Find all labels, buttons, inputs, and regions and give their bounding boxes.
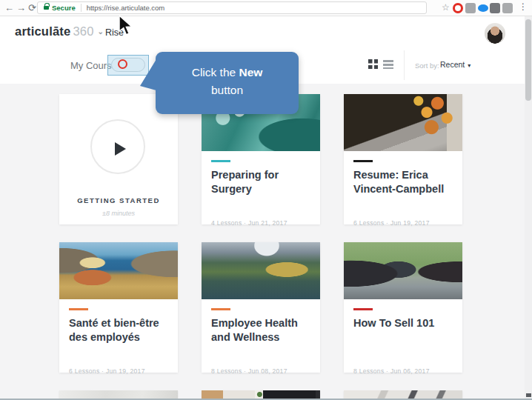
scrollbar-corner xyxy=(526,393,531,397)
tooltip-text-bold: New xyxy=(239,66,262,79)
address-bar[interactable]: Secure https://rise.articulate.com xyxy=(37,1,427,14)
back-icon[interactable]: ← xyxy=(4,1,14,15)
course-thumbnail-resume xyxy=(344,94,462,151)
course-card-partial-3[interactable] xyxy=(344,390,462,399)
bookmark-star-icon[interactable]: ☆ xyxy=(442,2,450,13)
course-card-resume-erica[interactable]: Resume: Erica Vincent-Campbell 6 Lessons… xyxy=(344,94,462,224)
mouse-cursor xyxy=(119,16,133,36)
articulate-360-logo[interactable]: articulāte360⌄ xyxy=(15,24,104,39)
app-header: articulāte360⌄ Rise xyxy=(0,16,532,47)
course-thumbnail-sell xyxy=(344,242,462,299)
course-card-partial-2[interactable] xyxy=(202,390,320,399)
tooltip-text-line2: button xyxy=(211,84,243,96)
tooltip-text-prefix: Click the xyxy=(192,66,239,79)
secure-label: Secure xyxy=(52,4,76,12)
page-scrollbar[interactable] xyxy=(525,16,532,399)
user-avatar[interactable] xyxy=(485,23,505,44)
course-thumbnail-sante xyxy=(59,242,178,299)
course-card-body: Employee Health and Wellness 8 Lessons ·… xyxy=(202,308,320,381)
extension-light-icon[interactable] xyxy=(502,3,513,13)
course-card-body: How To Sell 101 8 Lessons · Jun 06, 2017 xyxy=(344,308,462,381)
annotation-click-ring xyxy=(118,59,127,69)
course-title: How To Sell 101 xyxy=(353,316,453,330)
extension-blue-icon[interactable] xyxy=(478,4,488,12)
extension-gray-icon[interactable] xyxy=(465,3,476,13)
chevron-down-icon: ⌄ xyxy=(98,27,104,36)
list-view-icon[interactable] xyxy=(383,60,393,69)
extension-red-icon[interactable] xyxy=(453,3,463,13)
tutorial-tooltip: Click the New button xyxy=(156,52,299,114)
scrollbar-thumb[interactable] xyxy=(525,19,531,101)
course-meta: 4 Lessons · Jun 21, 2017 xyxy=(211,219,287,227)
course-card-employee-health[interactable]: Employee Health and Wellness 8 Lessons ·… xyxy=(202,242,320,373)
header-divider xyxy=(404,50,405,80)
course-title: Preparing for Surgery xyxy=(211,168,310,196)
tooltip-tail xyxy=(140,58,156,93)
sort-dropdown[interactable]: Recent▾ xyxy=(440,60,471,69)
courses-grid: GETTING STARTED ±8 minutes Preparing for… xyxy=(0,84,532,399)
sort-value: Recent xyxy=(440,60,465,69)
course-title: Santé et bien-être des employés xyxy=(69,316,168,344)
forward-icon[interactable]: → xyxy=(16,1,26,15)
accent-bar xyxy=(353,308,373,310)
sort-caret-icon: ▾ xyxy=(468,62,471,69)
reload-icon[interactable]: ⟳ xyxy=(28,1,36,15)
getting-started-title: GETTING STARTED xyxy=(59,196,178,204)
play-icon xyxy=(115,142,126,156)
accent-bar xyxy=(211,160,230,162)
course-card-how-to-sell[interactable]: How To Sell 101 8 Lessons · Jun 06, 2017 xyxy=(344,242,462,373)
course-card-partial-1[interactable] xyxy=(59,390,178,399)
brand-text: articulāte xyxy=(15,24,70,38)
extension-dark-icon[interactable] xyxy=(490,3,500,13)
url-text[interactable]: https://rise.articulate.com xyxy=(87,4,165,12)
address-divider xyxy=(81,4,82,12)
play-button[interactable] xyxy=(90,119,145,174)
course-meta: 8 Lessons · Jun 06, 2017 xyxy=(353,367,430,375)
course-title: Employee Health and Wellness xyxy=(211,316,310,344)
brand-suffix: 360 xyxy=(73,24,93,38)
browser-toolbar: ← → ⟳ Secure https://rise.articulate.com… xyxy=(0,0,532,16)
course-title: Resume: Erica Vincent-Campbell xyxy=(353,168,453,196)
course-card-sante[interactable]: Santé et bien-être des employés 6 Lesson… xyxy=(59,242,178,373)
course-meta: 8 Lessons · Jun 08, 2017 xyxy=(211,367,287,375)
accent-bar xyxy=(353,160,373,162)
sort-by-label: Sort by: xyxy=(415,61,439,70)
browser-menu-icon[interactable]: ⋮ xyxy=(519,1,528,12)
getting-started-duration: ±8 minutes xyxy=(59,210,178,217)
grid-view-icon[interactable] xyxy=(368,59,378,69)
accent-bar xyxy=(69,308,88,310)
course-meta: 6 Lessons · Jun 19, 2017 xyxy=(353,219,430,227)
course-card-body: Preparing for Surgery 4 Lessons · Jun 21… xyxy=(202,160,320,233)
course-card-body: Resume: Erica Vincent-Campbell 6 Lessons… xyxy=(344,160,462,233)
accent-bar xyxy=(211,308,230,310)
lock-icon xyxy=(44,6,49,10)
course-meta: 6 Lessons · Jun 19, 2017 xyxy=(69,367,145,375)
course-card-body: Santé et bien-être des employés 6 Lesson… xyxy=(59,308,178,381)
course-thumbnail-health xyxy=(202,242,320,299)
